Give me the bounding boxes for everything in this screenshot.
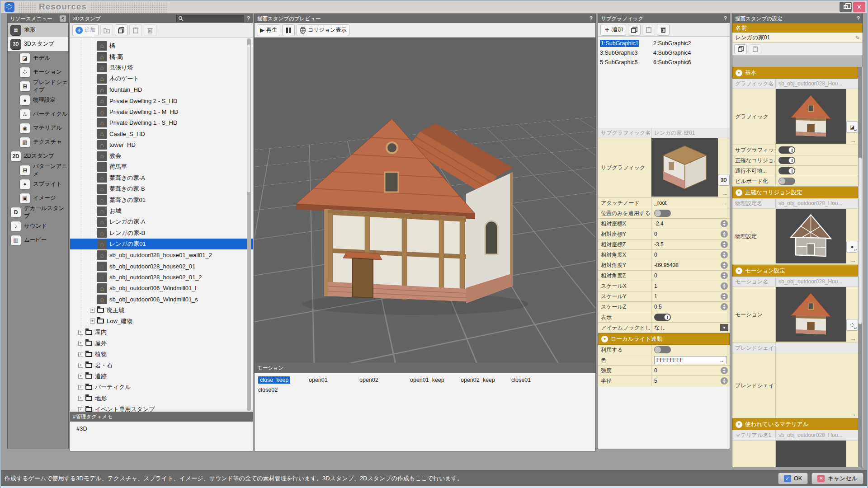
- expand-plus-icon[interactable]: +: [78, 385, 83, 390]
- tree-item[interactable]: ⌂教会: [70, 150, 253, 161]
- copy-settings-button[interactable]: [734, 44, 747, 54]
- tree-item[interactable]: ⌂橘: [70, 40, 253, 51]
- tree-item[interactable]: ⌂荷馬車: [70, 161, 253, 172]
- physics-badge-icon[interactable]: ●: [846, 241, 858, 253]
- play-button[interactable]: ▶ 再生: [257, 24, 280, 36]
- tree-item[interactable]: ⌂レンガの家-A: [70, 216, 253, 227]
- apply-position-only-toggle[interactable]: [654, 210, 671, 217]
- search-input[interactable]: [176, 15, 244, 22]
- sidebar-item-model[interactable]: ◪モデル: [8, 51, 68, 65]
- stepper-icon[interactable]: [721, 303, 728, 310]
- stamp-name-field[interactable]: レンガの家01 ✎: [732, 33, 863, 43]
- tree-item[interactable]: ⌂sb_obj_outdoor028_house01_wall01_2: [70, 249, 253, 260]
- physics-thumbnail[interactable]: [776, 209, 846, 263]
- stepper-icon[interactable]: [721, 367, 728, 374]
- expand-plus-icon[interactable]: +: [90, 308, 95, 313]
- tree-folder[interactable]: +Low_建物: [70, 316, 253, 327]
- relative-x-value[interactable]: -2.4: [651, 219, 730, 229]
- tree-folder[interactable]: +屋内: [70, 327, 253, 338]
- arrow-right-icon[interactable]: →: [850, 137, 856, 144]
- motion-item[interactable]: open01_keep: [410, 375, 461, 385]
- subgraphic-slot[interactable]: 4:SubGraphic4: [653, 48, 707, 58]
- motion-thumbnail[interactable]: [776, 287, 846, 342]
- expand-plus-icon[interactable]: +: [78, 363, 83, 368]
- add-subgraphic-button[interactable]: ＋ 追加: [600, 24, 626, 36]
- stepper-icon[interactable]: [721, 251, 728, 258]
- billboard-value[interactable]: [776, 176, 858, 186]
- help-icon[interactable]: ?: [724, 14, 727, 23]
- sidebar-item-sprite[interactable]: ✦スプライト: [8, 177, 68, 191]
- restore-window-button[interactable]: [840, 2, 852, 12]
- 3d-badge-icon[interactable]: 3D: [718, 174, 730, 186]
- cancel-button[interactable]: ✕ キャンセル: [811, 473, 863, 484]
- delete-stamp-button[interactable]: [144, 24, 156, 36]
- visible-toggle[interactable]: [654, 314, 671, 321]
- scale-y-value[interactable]: 1: [651, 291, 730, 301]
- help-icon[interactable]: ?: [857, 14, 860, 23]
- sidebar-item-terrain[interactable]: ▦地形: [8, 23, 68, 37]
- expand-plus-icon[interactable]: +: [78, 330, 83, 335]
- tree-folder[interactable]: +イベント専用スタンプ: [70, 404, 253, 412]
- apply-position-only-value[interactable]: [651, 208, 730, 218]
- copy-subgraphic-button[interactable]: [628, 24, 641, 36]
- tag-memo-value[interactable]: #3D: [70, 422, 253, 451]
- stepper-icon[interactable]: [721, 272, 728, 279]
- tree-folder[interactable]: +遺跡: [70, 371, 253, 382]
- sidebar-item-particle[interactable]: ∴パーティクル: [8, 107, 68, 121]
- motion-value[interactable]: ⁘→: [776, 287, 858, 343]
- visible-value[interactable]: [651, 312, 730, 322]
- impassable-terrain-value[interactable]: [776, 166, 858, 176]
- tree-item[interactable]: ⌂橘-高: [70, 51, 253, 62]
- expand-plus-icon[interactable]: +: [78, 352, 83, 357]
- paste-settings-button[interactable]: [749, 44, 761, 54]
- tree-item[interactable]: ⌂お城: [70, 206, 253, 216]
- material-1-value[interactable]: [776, 441, 858, 467]
- motion-item[interactable]: close01: [511, 375, 562, 385]
- paste-stamp-button[interactable]: [129, 24, 142, 36]
- delete-subgraphic-button[interactable]: [657, 24, 670, 36]
- sidebar-item-image[interactable]: ▣イメージ: [8, 191, 68, 205]
- sidebar-item-sound[interactable]: ♪サウンド: [8, 219, 68, 233]
- arrow-right-icon[interactable]: →: [850, 257, 856, 264]
- scale-z-value[interactable]: 0.5: [651, 302, 730, 312]
- add-folder-button[interactable]: [100, 24, 113, 36]
- expand-plus-icon[interactable]: +: [78, 374, 83, 379]
- tree-item[interactable]: ⌂藁葺きの家-A: [70, 173, 253, 183]
- material-1-thumbnail[interactable]: [776, 441, 846, 467]
- tree-folder[interactable]: +地形: [70, 393, 253, 404]
- preview-viewport[interactable]: [255, 38, 595, 363]
- settings-scrollbar-handle[interactable]: [858, 157, 862, 324]
- sidebar-item-pattern-anime[interactable]: ⊞パターンアニメ: [8, 163, 68, 177]
- stepper-icon[interactable]: [721, 220, 728, 227]
- accurate-collision-header[interactable]: ▾正確なコリジョン設定: [732, 187, 858, 198]
- stepper-icon[interactable]: [721, 377, 728, 385]
- pause-button[interactable]: [282, 24, 295, 36]
- accurate-collision-value[interactable]: [776, 155, 858, 165]
- tree-item[interactable]: ⌂藁葺きの家01: [70, 194, 253, 205]
- graphic-value[interactable]: ◪→: [776, 89, 858, 145]
- motion-badge-icon[interactable]: ⁘: [846, 319, 858, 331]
- arrow-right-icon[interactable]: →: [718, 357, 725, 364]
- motion-item[interactable]: close_keep: [258, 375, 309, 385]
- tree-item[interactable]: ⌂tower_HD: [70, 140, 253, 150]
- motion-item[interactable]: open02_keep: [461, 375, 511, 385]
- light-color-input[interactable]: FFFFFFFF→: [654, 356, 727, 364]
- subgraphic-enabled-value[interactable]: [776, 145, 858, 155]
- used-materials-header[interactable]: ▾使われているマテリアル: [732, 418, 858, 430]
- tree-item[interactable]: ⌂Private Dwelling 1 - S_HD: [70, 117, 253, 128]
- expand-plus-icon[interactable]: +: [78, 407, 83, 412]
- sidebar-item-2d-stamp[interactable]: 2D2Dスタンプ: [8, 149, 68, 163]
- sidebar-item-movie[interactable]: ▥ムービー: [8, 233, 68, 247]
- arrow-right-icon[interactable]: →: [722, 199, 728, 206]
- help-icon[interactable]: ?: [590, 14, 593, 23]
- motion-item[interactable]: open02: [359, 375, 410, 385]
- motion-settings-header[interactable]: ▾モーション設定: [732, 265, 858, 277]
- collapse-sidebar-button[interactable]: <: [60, 15, 66, 22]
- tree-item[interactable]: ⌂sb_obj_outdoor028_house02_01: [70, 261, 253, 272]
- use-local-light-value[interactable]: [651, 345, 730, 355]
- ok-button[interactable]: ✓ OK: [778, 473, 808, 484]
- subgraphic-slot[interactable]: 3:SubGraphic3: [600, 48, 653, 58]
- light-intensity-value[interactable]: 0: [651, 366, 730, 375]
- copy-stamp-button[interactable]: [115, 24, 127, 36]
- arrow-right-icon[interactable]: →: [850, 335, 856, 342]
